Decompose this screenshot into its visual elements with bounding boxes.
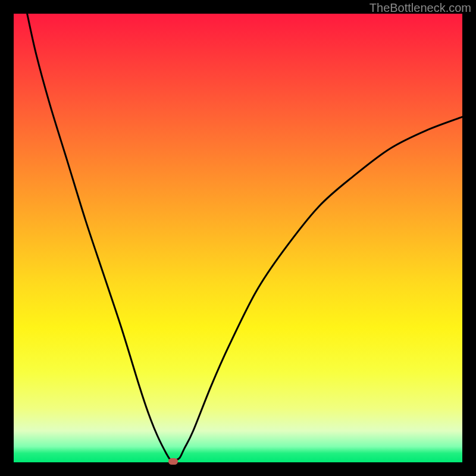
watermark-text: TheBottleneck.com: [369, 1, 471, 15]
bottleneck-curve: [14, 14, 462, 462]
optimal-point-marker: [168, 458, 178, 465]
chart-frame: TheBottleneck.com: [0, 0, 476, 476]
